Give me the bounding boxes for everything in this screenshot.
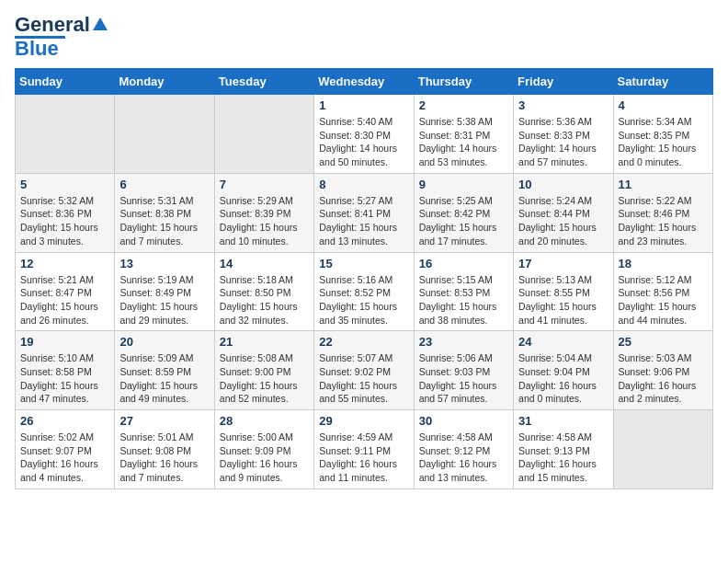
page-header: General Blue: [15, 15, 713, 61]
calendar-cell: 14Sunrise: 5:18 AMSunset: 8:50 PMDayligh…: [214, 252, 313, 331]
calendar-header-row: SundayMondayTuesdayWednesdayThursdayFrid…: [16, 69, 713, 95]
day-info: Sunrise: 5:22 AMSunset: 8:46 PMDaylight:…: [619, 194, 708, 248]
calendar-day-header: Tuesday: [214, 69, 313, 95]
calendar-cell: 18Sunrise: 5:12 AMSunset: 8:56 PMDayligh…: [613, 252, 712, 331]
day-info: Sunrise: 5:00 AMSunset: 9:09 PMDaylight:…: [220, 431, 309, 485]
calendar-cell: 8Sunrise: 5:27 AMSunset: 8:41 PMDaylight…: [314, 173, 414, 252]
calendar-cell: 15Sunrise: 5:16 AMSunset: 8:52 PMDayligh…: [314, 252, 414, 331]
day-info: Sunrise: 5:21 AMSunset: 8:47 PMDaylight:…: [20, 273, 109, 327]
calendar-day-header: Friday: [514, 69, 613, 95]
day-info: Sunrise: 5:38 AMSunset: 8:31 PMDaylight:…: [419, 115, 508, 169]
day-number: 20: [119, 335, 209, 349]
calendar-cell: 10Sunrise: 5:24 AMSunset: 8:44 PMDayligh…: [514, 173, 613, 252]
day-number: 11: [619, 178, 708, 191]
logo-arrow-icon: [93, 17, 108, 30]
day-number: 9: [419, 178, 508, 191]
calendar-cell: 22Sunrise: 5:07 AMSunset: 9:02 PMDayligh…: [314, 331, 414, 410]
day-info: Sunrise: 5:02 AMSunset: 9:07 PMDaylight:…: [20, 431, 109, 485]
calendar-cell: [115, 95, 214, 174]
logo-general: General: [15, 15, 90, 35]
svg-marker-0: [93, 17, 108, 30]
day-number: 27: [119, 414, 209, 428]
day-number: 18: [619, 257, 708, 270]
day-number: 29: [319, 414, 408, 428]
calendar-cell: 25Sunrise: 5:03 AMSunset: 9:06 PMDayligh…: [613, 331, 712, 410]
day-info: Sunrise: 4:59 AMSunset: 9:11 PMDaylight:…: [319, 431, 408, 485]
day-info: Sunrise: 5:25 AMSunset: 8:42 PMDaylight:…: [419, 194, 508, 248]
calendar-cell: 3Sunrise: 5:36 AMSunset: 8:33 PMDaylight…: [514, 95, 613, 174]
calendar-cell: 4Sunrise: 5:34 AMSunset: 8:35 PMDaylight…: [613, 95, 712, 174]
day-info: Sunrise: 5:18 AMSunset: 8:50 PMDaylight:…: [220, 273, 309, 327]
calendar-cell: 5Sunrise: 5:32 AMSunset: 8:36 PMDaylight…: [16, 173, 115, 252]
calendar-week-row: 26Sunrise: 5:02 AMSunset: 9:07 PMDayligh…: [16, 410, 713, 489]
day-info: Sunrise: 5:27 AMSunset: 8:41 PMDaylight:…: [319, 194, 408, 248]
calendar-cell: 6Sunrise: 5:31 AMSunset: 8:38 PMDaylight…: [115, 173, 214, 252]
day-number: 25: [619, 335, 708, 349]
calendar-cell: 13Sunrise: 5:19 AMSunset: 8:49 PMDayligh…: [115, 252, 214, 331]
day-info: Sunrise: 5:07 AMSunset: 9:02 PMDaylight:…: [319, 351, 408, 406]
calendar-cell: 26Sunrise: 5:02 AMSunset: 9:07 PMDayligh…: [16, 410, 115, 489]
day-number: 14: [220, 257, 309, 270]
calendar-cell: 30Sunrise: 4:58 AMSunset: 9:12 PMDayligh…: [414, 410, 513, 489]
calendar-cell: 23Sunrise: 5:06 AMSunset: 9:03 PMDayligh…: [414, 331, 513, 410]
day-number: 21: [220, 335, 309, 349]
day-info: Sunrise: 5:15 AMSunset: 8:53 PMDaylight:…: [419, 273, 508, 327]
calendar-cell: 12Sunrise: 5:21 AMSunset: 8:47 PMDayligh…: [16, 252, 115, 331]
calendar-week-row: 12Sunrise: 5:21 AMSunset: 8:47 PMDayligh…: [16, 252, 713, 331]
day-info: Sunrise: 5:31 AMSunset: 8:38 PMDaylight:…: [119, 194, 209, 248]
day-number: 22: [319, 335, 408, 349]
day-info: Sunrise: 5:40 AMSunset: 8:30 PMDaylight:…: [319, 115, 408, 169]
calendar-table: SundayMondayTuesdayWednesdayThursdayFrid…: [15, 68, 713, 489]
logo-blue: Blue: [15, 37, 59, 60]
calendar-cell: 31Sunrise: 4:58 AMSunset: 9:13 PMDayligh…: [514, 410, 613, 489]
day-info: Sunrise: 5:12 AMSunset: 8:56 PMDaylight:…: [619, 273, 708, 327]
day-info: Sunrise: 5:36 AMSunset: 8:33 PMDaylight:…: [518, 115, 608, 169]
logo: General Blue: [15, 15, 93, 61]
day-info: Sunrise: 5:09 AMSunset: 8:59 PMDaylight:…: [119, 351, 209, 406]
day-number: 16: [419, 257, 508, 270]
calendar-day-header: Saturday: [613, 69, 712, 95]
day-number: 3: [518, 98, 608, 112]
calendar-cell: 28Sunrise: 5:00 AMSunset: 9:09 PMDayligh…: [214, 410, 313, 489]
calendar-cell: 9Sunrise: 5:25 AMSunset: 8:42 PMDaylight…: [414, 173, 513, 252]
day-info: Sunrise: 5:08 AMSunset: 9:00 PMDaylight:…: [220, 351, 309, 406]
day-number: 26: [20, 414, 109, 428]
day-number: 8: [319, 178, 408, 191]
day-info: Sunrise: 5:13 AMSunset: 8:55 PMDaylight:…: [518, 273, 608, 327]
day-number: 28: [220, 414, 309, 428]
day-number: 10: [518, 178, 608, 191]
day-number: 5: [20, 178, 109, 191]
calendar-cell: 16Sunrise: 5:15 AMSunset: 8:53 PMDayligh…: [414, 252, 513, 331]
day-info: Sunrise: 4:58 AMSunset: 9:12 PMDaylight:…: [419, 431, 508, 485]
calendar-week-row: 1Sunrise: 5:40 AMSunset: 8:30 PMDaylight…: [16, 95, 713, 174]
calendar-cell: 7Sunrise: 5:29 AMSunset: 8:39 PMDaylight…: [214, 173, 313, 252]
calendar-week-row: 5Sunrise: 5:32 AMSunset: 8:36 PMDaylight…: [16, 173, 713, 252]
day-number: 12: [20, 257, 109, 270]
calendar-cell: 19Sunrise: 5:10 AMSunset: 8:58 PMDayligh…: [16, 331, 115, 410]
day-number: 4: [619, 98, 708, 112]
day-info: Sunrise: 5:04 AMSunset: 9:04 PMDaylight:…: [518, 351, 608, 406]
calendar-day-header: Monday: [115, 69, 214, 95]
calendar-cell: 27Sunrise: 5:01 AMSunset: 9:08 PMDayligh…: [115, 410, 214, 489]
day-number: 30: [419, 414, 508, 428]
day-info: Sunrise: 5:29 AMSunset: 8:39 PMDaylight:…: [220, 194, 309, 248]
day-info: Sunrise: 5:01 AMSunset: 9:08 PMDaylight:…: [119, 431, 209, 485]
calendar-cell: [16, 95, 115, 174]
calendar-day-header: Thursday: [414, 69, 513, 95]
calendar-cell: [214, 95, 313, 174]
calendar-cell: 29Sunrise: 4:59 AMSunset: 9:11 PMDayligh…: [314, 410, 414, 489]
day-info: Sunrise: 5:16 AMSunset: 8:52 PMDaylight:…: [319, 273, 408, 327]
day-number: 7: [220, 178, 309, 191]
day-info: Sunrise: 4:58 AMSunset: 9:13 PMDaylight:…: [518, 431, 608, 485]
day-number: 24: [518, 335, 608, 349]
day-info: Sunrise: 5:06 AMSunset: 9:03 PMDaylight:…: [419, 351, 508, 406]
calendar-cell: 17Sunrise: 5:13 AMSunset: 8:55 PMDayligh…: [514, 252, 613, 331]
day-info: Sunrise: 5:34 AMSunset: 8:35 PMDaylight:…: [619, 115, 708, 169]
day-info: Sunrise: 5:24 AMSunset: 8:44 PMDaylight:…: [518, 194, 608, 248]
day-number: 17: [518, 257, 608, 270]
calendar-cell: 11Sunrise: 5:22 AMSunset: 8:46 PMDayligh…: [613, 173, 712, 252]
day-info: Sunrise: 5:10 AMSunset: 8:58 PMDaylight:…: [20, 351, 109, 406]
calendar-week-row: 19Sunrise: 5:10 AMSunset: 8:58 PMDayligh…: [16, 331, 713, 410]
calendar-cell: [613, 410, 712, 489]
day-number: 1: [319, 98, 408, 112]
